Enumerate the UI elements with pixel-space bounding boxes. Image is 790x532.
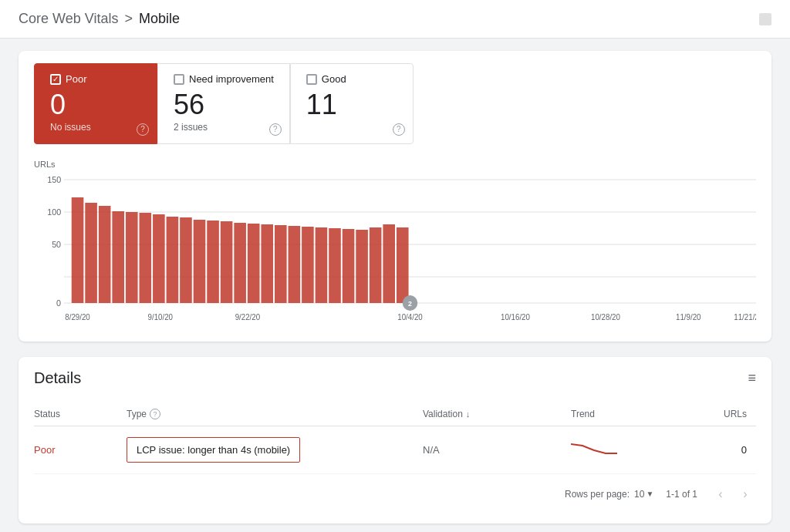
details-card: Details ≡ Status Type ? xyxy=(19,357,771,524)
svg-text:9/10/20: 9/10/20 xyxy=(148,312,174,321)
svg-rect-26 xyxy=(302,227,314,303)
tile-need-improvement-sub: 2 issues xyxy=(174,122,274,133)
svg-rect-23 xyxy=(261,224,273,303)
tile-need-improvement-checkbox[interactable] xyxy=(174,74,184,85)
svg-rect-24 xyxy=(275,225,287,303)
chart-area: URLs 150 100 50 0 xyxy=(34,157,756,326)
svg-rect-11 xyxy=(99,206,111,303)
details-header: Details ≡ xyxy=(34,369,756,387)
rows-per-page-value: 10 xyxy=(634,489,644,500)
page-navigation: ‹ › xyxy=(710,483,756,505)
th-trend: Trend xyxy=(571,402,682,426)
status-poor-label: Poor xyxy=(34,444,55,456)
td-validation: N/A xyxy=(423,426,571,473)
svg-rect-9 xyxy=(72,197,84,303)
svg-rect-33 xyxy=(397,227,409,303)
svg-rect-20 xyxy=(221,221,233,303)
breadcrumb-separator: > xyxy=(124,11,133,27)
th-type: Type ? xyxy=(127,402,423,426)
tile-poor-help-icon[interactable]: ? xyxy=(137,123,149,136)
svg-rect-21 xyxy=(234,223,246,303)
filter-icon[interactable]: ≡ xyxy=(748,370,756,386)
svg-text:10/4/20: 10/4/20 xyxy=(397,312,423,321)
tile-good-checkbox[interactable] xyxy=(306,74,317,85)
tile-good[interactable]: Good 11 ? xyxy=(290,63,414,144)
svg-rect-22 xyxy=(248,224,260,303)
page-info: 1-1 of 1 xyxy=(666,489,697,500)
prev-page-button[interactable]: ‹ xyxy=(710,483,731,505)
svg-rect-14 xyxy=(140,213,152,303)
details-title: Details xyxy=(34,369,81,387)
type-help-icon[interactable]: ? xyxy=(150,409,160,419)
svg-rect-31 xyxy=(370,227,382,303)
th-urls: URLs xyxy=(682,402,756,426)
tile-poor-count: 0 xyxy=(50,89,141,120)
breadcrumb-current: Mobile xyxy=(139,11,180,27)
svg-rect-28 xyxy=(329,228,341,303)
tile-need-improvement-header: Need improvement xyxy=(174,73,274,85)
tile-poor-header: Poor xyxy=(50,73,141,85)
tile-poor-checkbox[interactable] xyxy=(50,74,61,85)
svg-rect-29 xyxy=(343,229,355,303)
svg-rect-19 xyxy=(207,221,219,303)
svg-text:11/9/20: 11/9/20 xyxy=(676,312,701,321)
rows-per-page: Rows per page: 10 ▼ xyxy=(565,489,653,500)
sort-arrow-icon: ↓ xyxy=(466,409,471,419)
chart-card: Poor 0 No issues ? Need improvement 56 2… xyxy=(19,51,771,342)
td-trend xyxy=(571,426,682,473)
rows-per-page-select[interactable]: 10 ▼ xyxy=(634,489,653,500)
tile-poor[interactable]: Poor 0 No issues ? xyxy=(34,63,157,144)
header: Core Web Vitals > Mobile xyxy=(0,0,790,39)
svg-rect-13 xyxy=(126,212,138,303)
svg-text:8/29/20: 8/29/20 xyxy=(65,312,90,321)
svg-rect-10 xyxy=(85,203,97,303)
tile-poor-sub: No issues xyxy=(50,122,141,133)
tile-need-improvement-help-icon[interactable]: ? xyxy=(269,123,282,136)
svg-rect-15 xyxy=(153,214,165,303)
svg-text:50: 50 xyxy=(52,239,61,248)
tile-good-label: Good xyxy=(322,73,346,85)
svg-text:100: 100 xyxy=(47,207,61,216)
header-right-control xyxy=(759,13,771,25)
type-cell: LCP issue: longer than 4s (mobile) xyxy=(127,437,300,463)
tile-poor-label: Poor xyxy=(66,73,86,85)
rows-per-page-dropdown-icon[interactable]: ▼ xyxy=(646,490,653,498)
svg-text:10/16/20: 10/16/20 xyxy=(501,312,530,321)
tile-good-header: Good xyxy=(306,73,397,85)
breadcrumb-link[interactable]: Core Web Vitals xyxy=(19,11,118,27)
svg-rect-27 xyxy=(316,227,328,303)
rows-per-page-label: Rows per page: xyxy=(565,489,630,500)
chart-svg: 150 100 50 0 xyxy=(34,172,756,326)
td-type: LCP issue: longer than 4s (mobile) xyxy=(127,426,423,473)
table-row: Poor LCP issue: longer than 4s (mobile) … xyxy=(34,426,756,473)
svg-rect-18 xyxy=(194,220,206,303)
chart-y-label: URLs xyxy=(34,160,756,169)
svg-text:10/28/20: 10/28/20 xyxy=(591,312,620,321)
tile-need-improvement-label: Need improvement xyxy=(189,73,274,85)
details-table: Status Type ? Validation ↓ xyxy=(34,402,756,474)
tile-need-improvement-count: 56 xyxy=(174,89,274,120)
trend-sparkline xyxy=(571,439,617,458)
svg-text:9/22/20: 9/22/20 xyxy=(235,312,261,321)
tile-need-improvement[interactable]: Need improvement 56 2 issues ? xyxy=(157,63,290,144)
svg-text:11/21/20: 11/21/20 xyxy=(734,312,756,321)
th-status: Status xyxy=(34,402,127,426)
status-tiles: Poor 0 No issues ? Need improvement 56 2… xyxy=(34,63,756,144)
svg-rect-32 xyxy=(383,224,395,303)
chart-container: 150 100 50 0 xyxy=(34,172,756,326)
svg-text:2: 2 xyxy=(408,299,412,307)
svg-text:0: 0 xyxy=(56,298,61,307)
svg-rect-17 xyxy=(180,217,192,303)
td-status: Poor xyxy=(34,426,127,473)
svg-text:150: 150 xyxy=(47,174,61,184)
tile-good-count: 11 xyxy=(306,89,397,120)
next-page-button[interactable]: › xyxy=(734,483,756,505)
tile-good-help-icon[interactable]: ? xyxy=(393,123,405,136)
th-validation[interactable]: Validation ↓ xyxy=(423,402,571,426)
main-content: Poor 0 No issues ? Need improvement 56 2… xyxy=(0,39,790,532)
svg-rect-12 xyxy=(112,211,124,303)
validation-na: N/A xyxy=(423,444,440,456)
svg-rect-30 xyxy=(356,230,368,303)
table-header-row: Status Type ? Validation ↓ xyxy=(34,402,756,426)
pagination: Rows per page: 10 ▼ 1-1 of 1 ‹ › xyxy=(34,474,756,508)
